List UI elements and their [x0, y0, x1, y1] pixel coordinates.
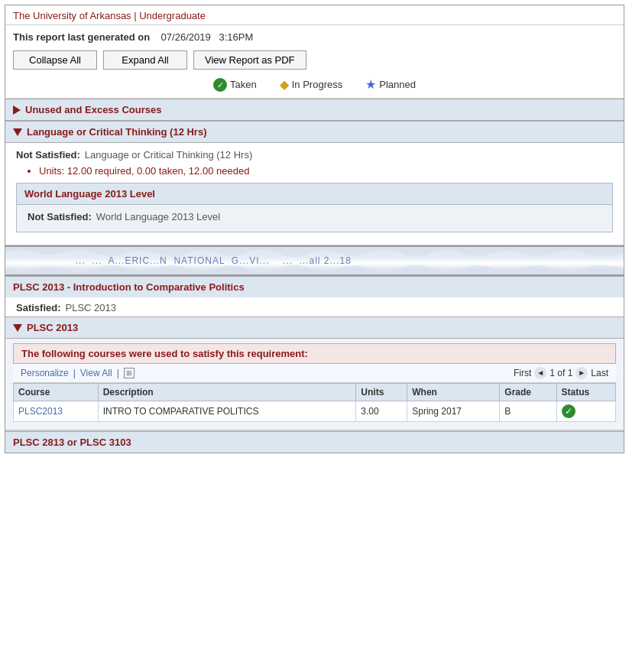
not-satisfied-value-2: World Language 2013 Level — [96, 211, 220, 222]
personalize-link[interactable]: Personalize — [21, 368, 69, 378]
plsc-satisfied-row: Satisfied: PLSC 2013 — [16, 302, 613, 313]
plsc-intro-header: PLSC 2013 - Introduction to Comparative … — [5, 277, 624, 297]
taken-label: Taken — [230, 79, 257, 90]
courses-used-header: The following courses were used to satis… — [13, 343, 616, 364]
plsc-intro-body: Satisfied: PLSC 2013 — [5, 297, 624, 313]
report-date-value: 07/26/2019 — [161, 31, 211, 43]
inprogress-icon: ◆ — [280, 77, 289, 92]
cell-when: Spring 2017 — [407, 401, 500, 422]
report-date: This report last generated on 07/26/2019… — [5, 25, 624, 47]
last-page[interactable]: Last — [591, 368, 608, 378]
not-satisfied-value-1: Language or Critical Thinking (12 Hrs) — [85, 149, 252, 161]
language-units-list: Units: 12.00 required, 0.00 taken, 12.00… — [39, 165, 613, 177]
torn-area: ... ... A...ERIC...N NATIONAL G...VI... … — [5, 245, 624, 276]
col-description: Description — [98, 384, 356, 401]
unused-expand-icon — [13, 106, 21, 115]
col-units: Units — [356, 384, 407, 401]
page-of: 1 of 1 — [550, 368, 572, 378]
view-pdf-button[interactable]: View Report as PDF — [193, 50, 306, 70]
world-language-not-satisfied: Not Satisfied: World Language 2013 Level — [28, 211, 601, 222]
cell-grade: B — [500, 401, 556, 422]
export-icon[interactable]: ⊞ — [124, 368, 135, 378]
not-satisfied-label-2: Not Satisfied: — [28, 211, 92, 222]
report-container: The University of Arkansas | Undergradua… — [5, 5, 624, 453]
language-not-satisfied: Not Satisfied: Language or Critical Thin… — [16, 149, 613, 161]
col-when: When — [407, 384, 500, 401]
col-grade: Grade — [500, 384, 556, 401]
report-time-value: 3:16PM — [219, 31, 254, 43]
not-satisfied-label-1: Not Satisfied: — [16, 149, 80, 161]
satisfied-label: Satisfied: — [16, 302, 61, 313]
next-page[interactable]: ► — [576, 367, 588, 379]
planned-label: Planned — [379, 79, 416, 90]
pagination-links: Personalize | View All | ⊞ — [21, 368, 135, 378]
torn-text: ... ... A...ERIC...N NATIONAL G...VI... … — [16, 255, 613, 266]
report-date-label: This report last generated on — [13, 31, 150, 43]
world-language-body: Not Satisfied: World Language 2013 Level — [17, 205, 612, 232]
language-section-header[interactable]: Language or Critical Thinking (12 Hrs) — [5, 121, 624, 143]
language-section-title: Language or Critical Thinking (12 Hrs) — [27, 126, 206, 138]
header-title: The University of Arkansas | Undergradua… — [13, 10, 206, 21]
plsc-2813-header: PLSC 2813 or PLSC 3103 — [5, 431, 624, 453]
unused-section-header[interactable]: Unused and Excess Courses — [5, 99, 624, 121]
taken-icon: ✓ — [213, 78, 227, 92]
toolbar: Collapse All Expand All View Report as P… — [5, 47, 624, 74]
cell-units: 3.00 — [356, 401, 407, 422]
inprogress-label: In Progress — [292, 79, 342, 90]
col-course: Course — [14, 384, 99, 401]
collapse-all-button[interactable]: Collapse All — [13, 50, 97, 70]
courses-table: Course Description Units When Grade Stat… — [13, 383, 616, 422]
header-bar: The University of Arkansas | Undergradua… — [5, 5, 624, 25]
language-units-item: Units: 12.00 required, 0.00 taken, 12.00… — [39, 165, 613, 177]
pagination-nav: First ◄ 1 of 1 ► Last — [514, 367, 608, 379]
col-status: Status — [556, 384, 615, 401]
cell-course: PLSC2013 — [14, 401, 99, 422]
world-language-subsection: World Language 2013 Level Not Satisfied:… — [16, 183, 613, 232]
table-row: PLSC2013 INTRO TO COMPARATIVE POLITICS 3… — [14, 401, 616, 422]
plsc-subsection-header[interactable]: PLSC 2013 — [5, 317, 624, 339]
legend: ✓ Taken ◆ In Progress ★ Planned — [5, 74, 624, 98]
status-taken-icon: ✓ — [562, 404, 576, 418]
language-expand-icon — [13, 128, 22, 136]
expand-all-button[interactable]: Expand All — [103, 50, 187, 70]
cell-description: INTRO TO COMPARATIVE POLITICS — [98, 401, 356, 422]
pagination-row: Personalize | View All | ⊞ First ◄ 1 of … — [13, 364, 616, 383]
language-section-body: Not Satisfied: Language or Critical Thin… — [5, 143, 624, 245]
prev-page[interactable]: ◄ — [534, 367, 546, 379]
legend-planned: ★ Planned — [365, 77, 416, 92]
plsc-table-area: The following courses were used to satis… — [5, 339, 624, 430]
unused-section-title: Unused and Excess Courses — [25, 104, 161, 115]
plsc-intro-section: PLSC 2013 - Introduction to Comparative … — [5, 276, 624, 431]
first-page[interactable]: First — [514, 368, 531, 378]
legend-taken: ✓ Taken — [213, 78, 257, 92]
cell-status: ✓ — [556, 401, 615, 422]
planned-icon: ★ — [365, 77, 376, 92]
world-language-header: World Language 2013 Level — [17, 183, 612, 205]
legend-inprogress: ◆ In Progress — [280, 77, 342, 92]
plsc-subsection-title: PLSC 2013 — [27, 322, 78, 333]
plsc-expand-icon — [13, 324, 22, 332]
satisfied-value: PLSC 2013 — [66, 302, 117, 313]
course-link[interactable]: PLSC2013 — [18, 406, 63, 417]
view-all-link[interactable]: View All — [80, 368, 112, 378]
